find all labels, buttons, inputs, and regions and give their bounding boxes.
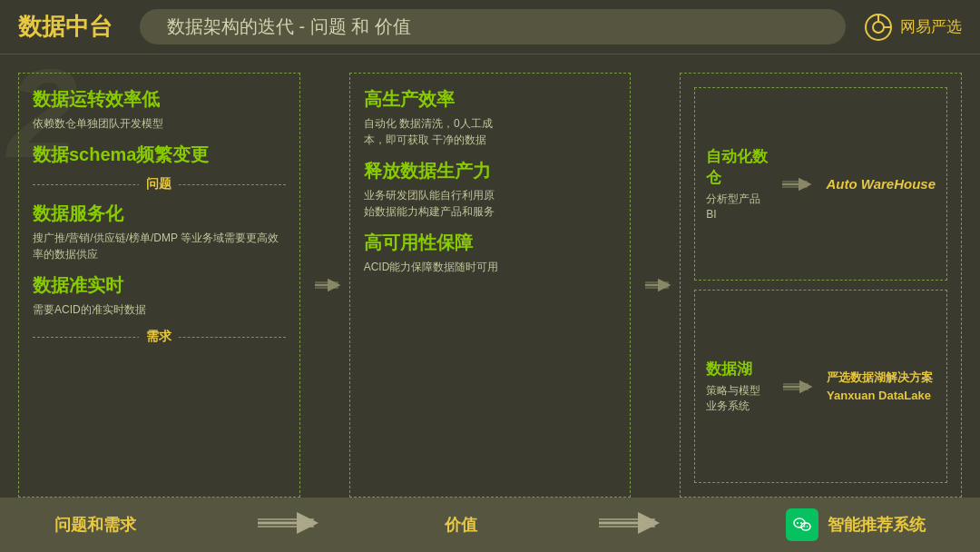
- netease-icon: [864, 13, 893, 42]
- arrow-icon3: [780, 174, 817, 194]
- mid-item1-title: 高生产效率: [364, 87, 617, 112]
- subtitle: 数据架构的迭代 - 问题 和 价值: [167, 16, 411, 36]
- right-bottom-title: 数据湖: [706, 359, 772, 380]
- mid-item3-desc: ACID能力保障数据随时可用: [364, 259, 617, 275]
- footer-arrow-icon1: [254, 510, 327, 536]
- footer-arrow1: [254, 510, 327, 539]
- right-bottom-arrow: [772, 377, 827, 397]
- logo-text: 网易严选: [900, 16, 962, 37]
- right-bottom-text: 数据湖 策略与模型 业务系统: [706, 359, 772, 414]
- right-top-label: Auto WareHouse: [826, 176, 936, 192]
- footer: 问题和需求 价值: [0, 498, 980, 552]
- arrow-left-mid: [309, 73, 349, 498]
- mid-item1-desc: 自动化 数据清洗，0人工成 本，即可获取 干净的数据: [364, 115, 617, 148]
- left-item3-desc: 搜广推/营销/供应链/榜单/DMP 等业务域需要更高效率的数据供应: [33, 230, 286, 262]
- svg-point-1: [873, 22, 884, 33]
- arrow-icon4: [781, 377, 818, 397]
- arrow-mid-right: [640, 73, 680, 498]
- right-top-box: 自动化数仓 分析型产品 BI: [694, 87, 947, 281]
- footer-mid: 价值: [445, 514, 477, 536]
- footer-left-label: 问题和需求: [54, 514, 136, 536]
- right-column: 自动化数仓 分析型产品 BI: [680, 73, 962, 498]
- arrow-icon: [313, 275, 346, 295]
- left-item3-title: 数据服务化: [33, 202, 286, 226]
- left-divider1: 问题: [33, 176, 286, 192]
- footer-mid-label: 价值: [445, 514, 477, 536]
- right-bottom-box: 数据湖 策略与模型 业务系统: [694, 290, 947, 483]
- left-item4-desc: 需要ACID的准实时数据: [33, 301, 286, 318]
- svg-point-8: [804, 526, 806, 527]
- right-top-desc2: BI: [706, 207, 771, 222]
- mid-item3-title: 高可用性保障: [364, 231, 617, 255]
- wechat-icon: [786, 508, 818, 541]
- right-top-arrow: [771, 174, 826, 194]
- logo-area: 网易严选: [864, 13, 962, 42]
- right-top-text: 自动化数仓 分析型产品 BI: [706, 146, 771, 222]
- columns: 数据运转效率低 依赖数仓单独团队开发模型 数据schema频繁变更 问题 数据服…: [18, 73, 962, 498]
- arrow-icon2: [643, 275, 676, 295]
- header: 数据中台 数据架构的迭代 - 问题 和 价值 网易严选: [0, 0, 980, 54]
- left-divider2: 需求: [33, 329, 286, 345]
- subtitle-box: 数据架构的迭代 - 问题 和 价值: [140, 9, 846, 44]
- footer-arrow-icon2: [595, 510, 668, 536]
- left-item4-title: 数据准实时: [33, 273, 286, 298]
- wechat-logo: [792, 515, 812, 535]
- left-item2-title: 数据schema频繁变更: [33, 143, 286, 167]
- footer-left: 问题和需求: [54, 514, 136, 536]
- svg-point-5: [797, 522, 799, 524]
- mid-column: 高生产效率 自动化 数据清洗，0人工成 本，即可获取 干净的数据 释放数据生产力…: [349, 73, 632, 498]
- right-bottom-desc1: 策略与模型: [706, 383, 772, 399]
- mid-item2-desc: 业务研发团队能自行利用原 始数据能力构建产品和服务: [364, 187, 617, 220]
- left-item1-title: 数据运转效率低: [33, 87, 286, 112]
- footer-right: 智能推荐系统: [786, 508, 926, 541]
- right-top-title: 自动化数仓: [706, 146, 771, 188]
- left-item1-desc: 依赖数仓单独团队开发模型: [33, 115, 286, 132]
- right-bottom-label: 严选数据湖解决方案 Yanxuan DataLake: [827, 369, 936, 404]
- left-column: 数据运转效率低 依赖数仓单独团队开发模型 数据schema频繁变更 问题 数据服…: [18, 73, 300, 498]
- right-bottom-desc2: 业务系统: [706, 399, 772, 414]
- main-content: 数据运转效率低 依赖数仓单独团队开发模型 数据schema频繁变更 问题 数据服…: [0, 54, 980, 498]
- footer-right-label: 智能推荐系统: [828, 514, 926, 536]
- footer-arrow2: [595, 510, 668, 539]
- svg-point-6: [800, 522, 802, 524]
- page-title: 数据中台: [18, 11, 113, 43]
- right-top-desc1: 分析型产品: [706, 192, 771, 207]
- svg-point-9: [807, 526, 808, 527]
- mid-item2-title: 释放数据生产力: [364, 159, 617, 183]
